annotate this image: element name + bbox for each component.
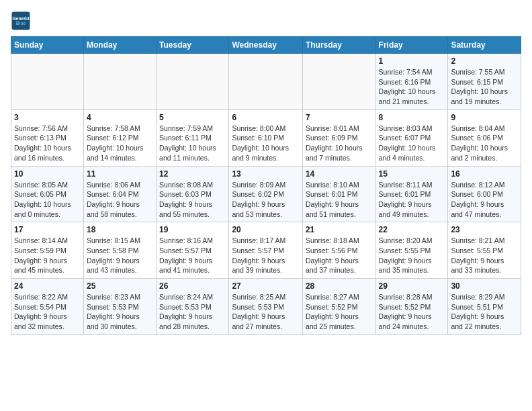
- day-number: 18: [87, 225, 153, 234]
- calendar-cell: [11, 54, 84, 110]
- column-header-friday: Friday: [375, 37, 448, 54]
- day-info: Sunrise: 8:03 AM Sunset: 6:07 PM Dayligh…: [379, 124, 445, 163]
- calendar-cell: 19Sunrise: 8:16 AM Sunset: 5:57 PM Dayli…: [157, 222, 229, 279]
- day-info: Sunrise: 7:54 AM Sunset: 6:16 PM Dayligh…: [379, 67, 445, 107]
- day-number: 24: [14, 281, 81, 291]
- calendar-cell: 11Sunrise: 8:06 AM Sunset: 6:04 PM Dayli…: [83, 166, 156, 222]
- column-header-monday: Monday: [83, 37, 156, 54]
- day-number: 11: [87, 169, 153, 179]
- calendar-cell: 1Sunrise: 7:54 AM Sunset: 6:16 PM Daylig…: [375, 54, 448, 110]
- calendar-cell: 13Sunrise: 8:09 AM Sunset: 6:02 PM Dayli…: [229, 166, 303, 222]
- calendar-cell: 25Sunrise: 8:23 AM Sunset: 5:53 PM Dayli…: [83, 279, 156, 335]
- day-number: 23: [451, 225, 518, 234]
- day-number: 5: [159, 113, 226, 122]
- day-number: 3: [14, 113, 81, 122]
- day-number: 15: [379, 169, 445, 179]
- day-number: 19: [159, 225, 226, 234]
- day-info: Sunrise: 8:25 AM Sunset: 5:53 PM Dayligh…: [232, 292, 300, 332]
- day-info: Sunrise: 8:17 AM Sunset: 5:57 PM Dayligh…: [232, 236, 300, 275]
- calendar-cell: 21Sunrise: 8:18 AM Sunset: 5:56 PM Dayli…: [302, 222, 375, 279]
- calendar-cell: 2Sunrise: 7:55 AM Sunset: 6:15 PM Daylig…: [448, 54, 521, 110]
- column-header-wednesday: Wednesday: [229, 37, 303, 54]
- day-number: 27: [232, 281, 300, 291]
- day-number: 10: [14, 169, 81, 179]
- day-info: Sunrise: 8:23 AM Sunset: 5:53 PM Dayligh…: [87, 292, 153, 332]
- day-number: 4: [87, 113, 153, 122]
- calendar-cell: [83, 54, 156, 110]
- day-number: 21: [306, 225, 373, 234]
- svg-text:Blue: Blue: [16, 21, 26, 26]
- calendar-cell: 22Sunrise: 8:20 AM Sunset: 5:55 PM Dayli…: [375, 222, 448, 279]
- day-info: Sunrise: 8:22 AM Sunset: 5:54 PM Dayligh…: [14, 292, 81, 332]
- calendar: SundayMondayTuesdayWednesdayThursdayFrid…: [11, 36, 521, 335]
- day-number: 26: [159, 281, 226, 291]
- logo-icon: General Blue: [11, 11, 31, 31]
- calendar-cell: 18Sunrise: 8:15 AM Sunset: 5:58 PM Dayli…: [83, 222, 156, 279]
- day-number: 20: [232, 225, 300, 234]
- day-number: 29: [379, 281, 445, 291]
- day-number: 9: [451, 113, 518, 122]
- day-info: Sunrise: 8:28 AM Sunset: 5:52 PM Dayligh…: [379, 292, 445, 332]
- calendar-cell: 9Sunrise: 8:04 AM Sunset: 6:06 PM Daylig…: [448, 109, 521, 166]
- calendar-cell: 27Sunrise: 8:25 AM Sunset: 5:53 PM Dayli…: [229, 279, 303, 335]
- calendar-cell: 23Sunrise: 8:21 AM Sunset: 5:55 PM Dayli…: [448, 222, 521, 279]
- column-header-tuesday: Tuesday: [157, 37, 229, 54]
- calendar-cell: 29Sunrise: 8:28 AM Sunset: 5:52 PM Dayli…: [375, 279, 448, 335]
- day-info: Sunrise: 8:24 AM Sunset: 5:53 PM Dayligh…: [159, 292, 226, 332]
- calendar-cell: 12Sunrise: 8:08 AM Sunset: 6:03 PM Dayli…: [157, 166, 229, 222]
- day-info: Sunrise: 8:16 AM Sunset: 5:57 PM Dayligh…: [159, 236, 226, 275]
- day-info: Sunrise: 7:59 AM Sunset: 6:11 PM Dayligh…: [159, 124, 226, 163]
- day-info: Sunrise: 8:04 AM Sunset: 6:06 PM Dayligh…: [451, 124, 518, 163]
- calendar-cell: 17Sunrise: 8:14 AM Sunset: 5:59 PM Dayli…: [11, 222, 84, 279]
- day-number: 30: [451, 281, 518, 291]
- day-number: 28: [306, 281, 373, 291]
- calendar-cell: 5Sunrise: 7:59 AM Sunset: 6:11 PM Daylig…: [157, 109, 229, 166]
- column-header-saturday: Saturday: [448, 37, 521, 54]
- day-info: Sunrise: 8:05 AM Sunset: 6:05 PM Dayligh…: [14, 180, 81, 220]
- day-info: Sunrise: 8:11 AM Sunset: 6:01 PM Dayligh…: [379, 180, 445, 220]
- day-number: 12: [159, 169, 226, 179]
- day-number: 13: [232, 169, 300, 179]
- day-info: Sunrise: 8:12 AM Sunset: 6:00 PM Dayligh…: [451, 180, 518, 220]
- day-number: 6: [232, 113, 300, 122]
- day-info: Sunrise: 8:06 AM Sunset: 6:04 PM Dayligh…: [87, 180, 153, 220]
- day-number: 7: [306, 113, 373, 122]
- calendar-cell: 14Sunrise: 8:10 AM Sunset: 6:01 PM Dayli…: [302, 166, 375, 222]
- day-info: Sunrise: 8:00 AM Sunset: 6:10 PM Dayligh…: [232, 124, 300, 163]
- day-number: 14: [306, 169, 373, 179]
- day-info: Sunrise: 7:55 AM Sunset: 6:15 PM Dayligh…: [451, 67, 518, 107]
- day-info: Sunrise: 8:27 AM Sunset: 5:52 PM Dayligh…: [306, 292, 373, 332]
- calendar-cell: 7Sunrise: 8:01 AM Sunset: 6:09 PM Daylig…: [302, 109, 375, 166]
- day-info: Sunrise: 7:58 AM Sunset: 6:12 PM Dayligh…: [87, 124, 153, 163]
- calendar-cell: [157, 54, 229, 110]
- calendar-cell: 28Sunrise: 8:27 AM Sunset: 5:52 PM Dayli…: [302, 279, 375, 335]
- calendar-cell: 30Sunrise: 8:29 AM Sunset: 5:51 PM Dayli…: [448, 279, 521, 335]
- day-number: 16: [451, 169, 518, 179]
- logo: General Blue: [11, 11, 34, 31]
- day-info: Sunrise: 8:09 AM Sunset: 6:02 PM Dayligh…: [232, 180, 300, 220]
- calendar-cell: 8Sunrise: 8:03 AM Sunset: 6:07 PM Daylig…: [375, 109, 448, 166]
- calendar-cell: 6Sunrise: 8:00 AM Sunset: 6:10 PM Daylig…: [229, 109, 303, 166]
- day-info: Sunrise: 8:20 AM Sunset: 5:55 PM Dayligh…: [379, 236, 445, 275]
- day-info: Sunrise: 8:01 AM Sunset: 6:09 PM Dayligh…: [306, 124, 373, 163]
- day-number: 17: [14, 225, 81, 234]
- day-info: Sunrise: 8:21 AM Sunset: 5:55 PM Dayligh…: [451, 236, 518, 275]
- day-number: 8: [379, 113, 445, 122]
- day-info: Sunrise: 8:15 AM Sunset: 5:58 PM Dayligh…: [87, 236, 153, 275]
- day-number: 22: [379, 225, 445, 234]
- calendar-cell: 20Sunrise: 8:17 AM Sunset: 5:57 PM Dayli…: [229, 222, 303, 279]
- day-number: 1: [379, 56, 445, 66]
- day-number: 25: [87, 281, 153, 291]
- calendar-cell: 4Sunrise: 7:58 AM Sunset: 6:12 PM Daylig…: [83, 109, 156, 166]
- calendar-cell: 10Sunrise: 8:05 AM Sunset: 6:05 PM Dayli…: [11, 166, 84, 222]
- calendar-cell: [229, 54, 303, 110]
- day-number: 2: [451, 56, 518, 66]
- day-info: Sunrise: 7:56 AM Sunset: 6:13 PM Dayligh…: [14, 124, 81, 163]
- day-info: Sunrise: 8:10 AM Sunset: 6:01 PM Dayligh…: [306, 180, 373, 220]
- day-info: Sunrise: 8:14 AM Sunset: 5:59 PM Dayligh…: [14, 236, 81, 275]
- calendar-cell: 24Sunrise: 8:22 AM Sunset: 5:54 PM Dayli…: [11, 279, 84, 335]
- calendar-cell: 26Sunrise: 8:24 AM Sunset: 5:53 PM Dayli…: [157, 279, 229, 335]
- column-header-thursday: Thursday: [302, 37, 375, 54]
- calendar-cell: [302, 54, 375, 110]
- day-info: Sunrise: 8:18 AM Sunset: 5:56 PM Dayligh…: [306, 236, 373, 275]
